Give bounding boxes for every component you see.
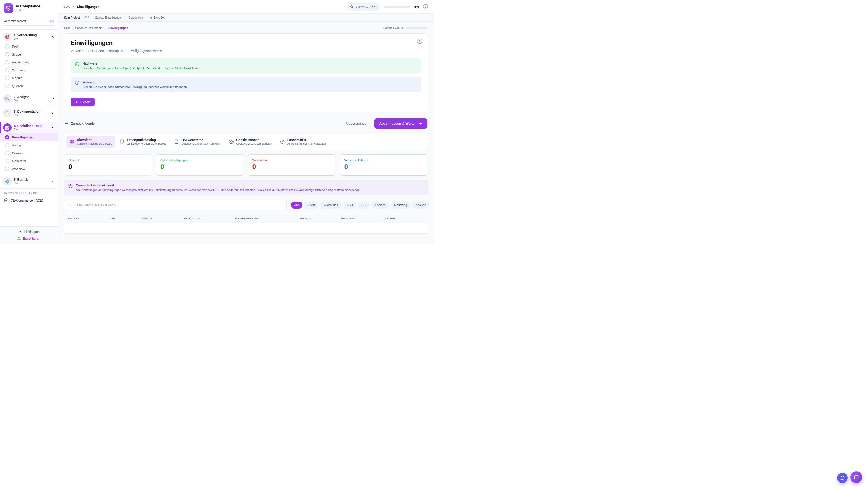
sidebar-item-anwendung[interactable]: Anwendung	[0, 58, 58, 66]
topbar-progress-value: 0%	[414, 5, 419, 8]
chevrons-left-icon	[18, 230, 22, 234]
cpu-icon	[4, 198, 8, 203]
user-search-input[interactable]	[74, 203, 283, 207]
sidebar-item-workflow[interactable]: Workflow	[0, 165, 58, 173]
page-subtitle: Verwalten Sie Consent-Tracking und Einwi…	[70, 49, 421, 53]
check-circle-icon	[75, 62, 80, 70]
sync-ok-dot	[150, 17, 152, 19]
tab-uebersicht[interactable]: Übersicht Consent-Tracking Dashboard	[66, 136, 115, 148]
topbar-breadcrumb: SDK Einwilligungen	[64, 5, 99, 8]
page-title: Einwilligungen	[70, 39, 421, 46]
chip-marketing[interactable]: Marketing	[391, 201, 410, 208]
filter-chips: Alle Erteilt Widerrufen AGB DSI Cookies …	[291, 201, 430, 208]
overall-progress-label: Gesamtfortschritt	[4, 19, 26, 23]
skip-button[interactable]: Ueberspringen	[346, 122, 368, 125]
breadcrumb-phase2[interactable]: Phase 2: Dokumente	[75, 26, 102, 30]
consents-table: NUTZER TYP STATUS ERTEILT AM WIDERRUFEN …	[64, 214, 428, 234]
history-icon	[68, 184, 73, 192]
note-nachweis-title: Nachweis	[83, 62, 201, 65]
stat-cards: Gesamt 0 Aktive Einwilligungen 0 Widerru…	[64, 154, 428, 175]
nav-section-dokumentation-header[interactable]: 📋 3. Dokumentation 0%	[0, 107, 58, 119]
project-name: Kein Projekt	[64, 16, 80, 19]
card-help-icon[interactable]: ?	[417, 39, 422, 44]
last-saved-time: Gerade eben	[128, 16, 144, 19]
app-title-block: AI Compliance SDK	[16, 4, 40, 12]
radio-off-icon	[5, 76, 9, 80]
sidebar-item-quellen[interactable]: Quellen	[0, 82, 58, 90]
sidebar: AI Compliance SDK Gesamtfortschritt 0% 🎯…	[0, 0, 58, 244]
chip-cookies[interactable]: Cookies	[372, 201, 389, 208]
history-banner-title: Consent-Historie aktiviert	[76, 184, 360, 187]
sidebar-item-scope[interactable]: Scope	[0, 51, 58, 58]
radio-off-icon	[5, 167, 9, 171]
global-search-button[interactable]: Suchen... ⌘K	[347, 3, 379, 11]
radio-off-icon	[5, 44, 9, 48]
user-search-field[interactable]	[64, 200, 287, 210]
sidebar-item-vorlagen[interactable]: Vorlagen	[0, 141, 58, 149]
collapse-sidebar-button[interactable]: Einklappen	[18, 230, 39, 234]
cookie-icon	[229, 139, 234, 144]
section-label: 1. Vorbereitung	[14, 33, 49, 37]
target-icon: 🎯	[3, 33, 11, 41]
back-button[interactable]: Zurueck: Vendor	[64, 121, 96, 126]
app-subtitle: SDK	[16, 9, 40, 12]
consent-history-banner: Consent-Historie aktiviert Alle Änderung…	[64, 180, 428, 195]
status-bar: Kein Projekt V001 Zuletzt: Einwilligunge…	[58, 13, 434, 22]
tab-datenpunktkatalog[interactable]: Datenpunktkatalog 18 Kategorien, 128 Dat…	[117, 136, 169, 148]
nav-section-vorbereitung: 🎯 1. Vorbereitung 0% Profil Scope Anwend…	[0, 30, 58, 92]
chip-widerrufen[interactable]: Widerrufen	[320, 201, 342, 208]
topbar-progress-bar	[383, 6, 410, 8]
chevron-down-icon	[51, 97, 55, 101]
chip-erteilt[interactable]: Erteilt	[304, 201, 318, 208]
column-header-typ: TYP	[110, 217, 142, 220]
column-header-aktion: AKTION	[384, 217, 424, 220]
filter-row: Alle Erteilt Widerrufen AGB DSI Cookies …	[64, 200, 428, 210]
tab-dsi-generator[interactable]: DSI Generator Datenschutzinformation ers…	[171, 136, 224, 148]
breadcrumb-current: Einwilligungen	[77, 5, 99, 8]
shield-check-icon	[6, 5, 11, 11]
keyboard-shortcut-badge: ⌘K	[370, 4, 377, 9]
nav-section-vorbereitung-header[interactable]: 🎯 1. Vorbereitung 0%	[0, 31, 58, 42]
main-area: SDK Einwilligungen Suchen... ⌘K 0% ?	[58, 0, 434, 244]
export-button[interactable]: Export	[70, 98, 95, 106]
nav-section-betrieb-header[interactable]: ⚙️ 5. Betrieb 0%	[0, 175, 58, 187]
finish-and-next-button[interactable]: Abschliessen & Weiter	[374, 119, 428, 129]
sidebar-item-cookies[interactable]: Cookies	[0, 149, 58, 157]
nav-section-analyse-header[interactable]: 🔍 2. Analyse 0%	[0, 93, 58, 104]
search-icon	[67, 203, 71, 207]
column-header-historie: HISTORIE	[341, 217, 384, 220]
global-search-placeholder: Suchen...	[355, 5, 368, 8]
overall-progress-value: 0%	[50, 19, 54, 23]
column-header-nutzer: NUTZER	[68, 217, 110, 220]
sidebar-item-ce-compliance[interactable]: CE-Compliance (IACE)	[0, 196, 58, 205]
sidebar-item-screening[interactable]: Screening	[0, 66, 58, 74]
chip-dsi[interactable]: DSI	[358, 201, 370, 208]
sidebar-item-module[interactable]: Module	[0, 74, 58, 82]
section-percent: 0%	[14, 37, 49, 40]
sidebar-item-profil[interactable]: Profil	[0, 42, 58, 51]
help-icon[interactable]: ?	[423, 4, 428, 9]
nav-section-rechtliche-texte-header[interactable]: 📝 4. Rechtliche Texte 0%	[0, 122, 58, 133]
tab-cookie-banner[interactable]: Cookie-Banner Cookie-Consent konfigurier…	[225, 136, 275, 148]
nav-section-dokumentation: 📋 3. Dokumentation 0%	[0, 106, 58, 121]
column-header-status: STATUS	[142, 217, 183, 220]
tab-loeschmatrix[interactable]: Löschmatrix Aufbewahrungsfristen verwalt…	[277, 136, 329, 148]
file-text-icon	[174, 139, 179, 144]
info-circle-icon	[75, 80, 80, 89]
sidebar-item-einwilligungen[interactable]: Einwilligungen	[0, 133, 58, 141]
breadcrumb-sdk[interactable]: SDK	[64, 26, 70, 30]
note-widerruf: Widerruf Stellen Sie sicher, dass Nutzer…	[70, 77, 421, 92]
chip-alle[interactable]: Alle	[291, 201, 303, 208]
chip-agb[interactable]: AGB	[343, 201, 356, 208]
stat-versions-updates: Versions-Updates 0	[340, 154, 428, 175]
breadcrumb-root[interactable]: SDK	[64, 5, 70, 8]
table-body-empty	[64, 223, 428, 233]
chip-analyse[interactable]: Analyse	[412, 201, 430, 208]
sidebar-group-label: MASCHINENRECHT / CE	[0, 189, 58, 196]
sidebar-export-button[interactable]: Exportieren	[17, 237, 40, 240]
content-scroll-area[interactable]: SDK / Phase 2: Dokumente / Einwilligunge…	[58, 22, 434, 244]
chevron-down-icon	[51, 111, 55, 115]
topbar: SDK Einwilligungen Suchen... ⌘K 0% ?	[58, 0, 434, 13]
sidebar-item-generator[interactable]: Generator	[0, 157, 58, 165]
arrow-left-icon	[64, 121, 69, 126]
